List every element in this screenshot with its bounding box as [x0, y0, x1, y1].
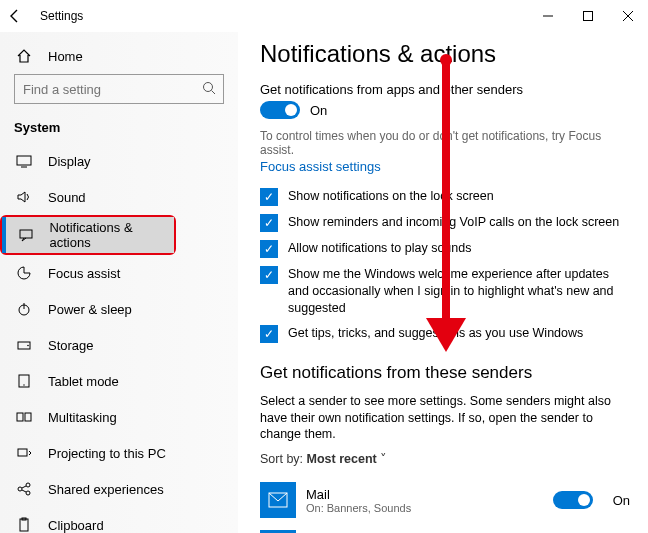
- svg-point-14: [23, 384, 24, 385]
- sidebar-item-multitasking[interactable]: Multitasking: [0, 399, 238, 435]
- svg-line-5: [212, 91, 216, 95]
- mail-icon: [260, 482, 296, 518]
- sidebar-item-storage[interactable]: Storage: [0, 327, 238, 363]
- projecting-icon: [14, 443, 34, 463]
- close-button[interactable]: [608, 0, 648, 32]
- maximize-button[interactable]: [568, 0, 608, 32]
- sidebar-item-label: Notifications & actions: [49, 220, 174, 250]
- toggle-state: On: [310, 103, 327, 118]
- multitasking-icon: [14, 407, 34, 427]
- sidebar-item-label: Focus assist: [48, 266, 120, 281]
- sidebar: Home System Display Sound Notifications …: [0, 32, 238, 533]
- back-button[interactable]: [8, 9, 36, 23]
- sidebar-item-label: Tablet mode: [48, 374, 119, 389]
- titlebar: Settings: [0, 0, 648, 32]
- checkbox-label: Allow notifications to play sounds: [288, 240, 471, 257]
- highlight-annotation: Notifications & actions: [0, 215, 176, 255]
- display-icon: [14, 151, 34, 171]
- sender-sub: On: Banners, Sounds: [306, 502, 553, 514]
- svg-rect-1: [584, 12, 593, 21]
- svg-point-12: [27, 345, 29, 347]
- svg-point-19: [26, 483, 30, 487]
- checkbox-label: Get tips, tricks, and suggestions as you…: [288, 325, 583, 342]
- power-icon: [14, 299, 34, 319]
- sidebar-item-tablet[interactable]: Tablet mode: [0, 363, 238, 399]
- sender-name: Mail: [306, 487, 553, 502]
- checkbox[interactable]: ✓: [260, 188, 278, 206]
- sidebar-item-label: Sound: [48, 190, 86, 205]
- minimize-button[interactable]: [528, 0, 568, 32]
- checkbox-label: Show notifications on the lock screen: [288, 188, 494, 205]
- notif-label: Get notifications from apps and other se…: [260, 82, 630, 97]
- page-heading: Notifications & actions: [260, 40, 630, 68]
- svg-rect-8: [20, 230, 32, 238]
- checkbox[interactable]: ✓: [260, 214, 278, 232]
- sender-item-mail[interactable]: Mail On: Banners, Sounds On: [260, 476, 630, 524]
- notifications-icon: [16, 225, 35, 245]
- svg-rect-17: [18, 449, 27, 456]
- sidebar-item-sound[interactable]: Sound: [0, 179, 238, 215]
- checkbox[interactable]: ✓: [260, 266, 278, 284]
- sound-icon: [14, 187, 34, 207]
- storage-icon: [14, 335, 34, 355]
- sidebar-item-label: Storage: [48, 338, 94, 353]
- sidebar-item-clipboard[interactable]: Clipboard: [0, 507, 238, 533]
- sidebar-item-power[interactable]: Power & sleep: [0, 291, 238, 327]
- sidebar-item-projecting[interactable]: Projecting to this PC: [0, 435, 238, 471]
- sidebar-item-label: Power & sleep: [48, 302, 132, 317]
- svg-rect-6: [17, 156, 31, 165]
- sidebar-home[interactable]: Home: [0, 38, 238, 74]
- notifications-toggle[interactable]: [260, 101, 300, 119]
- focus-desc: To control times when you do or don't ge…: [260, 129, 630, 157]
- sidebar-item-label: Shared experiences: [48, 482, 164, 497]
- sidebar-item-label: Display: [48, 154, 91, 169]
- svg-rect-15: [17, 413, 23, 421]
- svg-line-22: [22, 490, 26, 492]
- senders-heading: Get notifications from these senders: [260, 363, 630, 383]
- checkbox-label: Show reminders and incoming VoIP calls o…: [288, 214, 619, 231]
- sender-toggle[interactable]: [553, 491, 593, 509]
- svg-point-18: [18, 487, 22, 491]
- svg-point-4: [204, 83, 213, 92]
- svg-line-21: [22, 486, 26, 488]
- sidebar-home-label: Home: [48, 49, 83, 64]
- sidebar-item-focus-assist[interactable]: Focus assist: [0, 255, 238, 291]
- window-title: Settings: [40, 9, 83, 23]
- sort-by[interactable]: Sort by: Most recent ˅: [260, 451, 630, 466]
- chevron-down-icon: ˅: [380, 452, 387, 466]
- shared-icon: [14, 479, 34, 499]
- search-input[interactable]: [14, 74, 224, 104]
- senders-desc: Select a sender to see more settings. So…: [260, 393, 630, 444]
- sidebar-item-shared[interactable]: Shared experiences: [0, 471, 238, 507]
- svg-rect-23: [20, 519, 28, 531]
- checkbox[interactable]: ✓: [260, 240, 278, 258]
- search-icon: [202, 81, 216, 95]
- checkbox[interactable]: ✓: [260, 325, 278, 343]
- main-content[interactable]: Notifications & actions Get notification…: [238, 32, 648, 533]
- focus-assist-link[interactable]: Focus assist settings: [260, 159, 381, 174]
- sidebar-item-label: Clipboard: [48, 518, 104, 533]
- sender-item-security[interactable]: Security and Maintenance On: Banners, So…: [260, 524, 630, 533]
- focus-icon: [14, 263, 34, 283]
- sidebar-item-label: Multitasking: [48, 410, 117, 425]
- home-icon: [14, 46, 34, 66]
- sidebar-item-label: Projecting to this PC: [48, 446, 166, 461]
- sidebar-item-notifications[interactable]: Notifications & actions: [2, 217, 174, 253]
- clipboard-icon: [14, 515, 34, 533]
- svg-point-20: [26, 491, 30, 495]
- svg-rect-16: [25, 413, 31, 421]
- tablet-icon: [14, 371, 34, 391]
- sidebar-item-display[interactable]: Display: [0, 143, 238, 179]
- sender-state: On: [613, 493, 630, 508]
- sidebar-section: System: [0, 114, 238, 143]
- checkbox-label: Show me the Windows welcome experience a…: [288, 266, 630, 317]
